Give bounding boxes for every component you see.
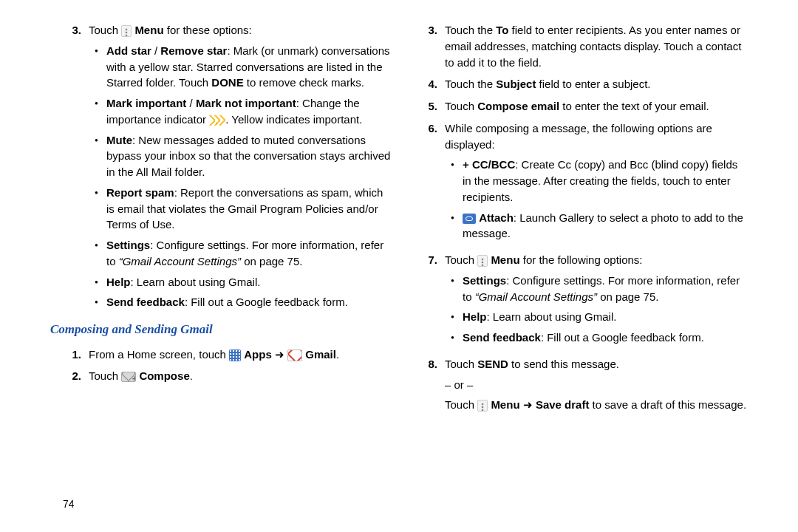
left-column: 3. Touch Menu for these options: ● Add s… — [35, 22, 399, 532]
r-step-3: 3. Touch the To field to enter recipient… — [406, 22, 748, 70]
text: Touch — [89, 24, 121, 36]
apps-icon — [229, 349, 241, 361]
bullet-mute: ● Mute: New messages added to muted conv… — [95, 132, 392, 180]
bullet-cc-bcc: ● + CC/BCC: Create Cc (copy) and Bcc (bl… — [451, 157, 748, 205]
bullet-help-r: ● Help: Learn about using Gmail. — [451, 309, 748, 325]
r-step-4: 4. Touch the Subject field to enter a su… — [406, 76, 748, 92]
r-step-5: 5. Touch Compose email to enter the text… — [406, 98, 748, 115]
r-step-6: 6. While composing a message, the follow… — [406, 120, 748, 246]
bullet-mark-important: ● Mark important / Mark not important: C… — [95, 95, 392, 128]
r-step-8: 8. Touch SEND to send this message. – or… — [406, 356, 748, 413]
menu-icon — [121, 25, 132, 37]
bullet-help: ● Help: Learn about using Gmail. — [95, 274, 392, 290]
page-number: 74 — [63, 497, 75, 511]
text: for these options: — [167, 24, 252, 36]
attach-icon — [463, 214, 476, 224]
page: 3. Touch Menu for these options: ● Add s… — [0, 0, 798, 532]
compose-icon — [121, 372, 136, 382]
bullet-send-feedback-r: ● Send feedback: Fill out a Google feedb… — [451, 330, 748, 346]
or-divider: – or – — [445, 377, 748, 393]
step-2: 2. Touch Compose. — [50, 368, 392, 384]
step-number: 3. — [50, 22, 89, 315]
section-heading: Composing and Sending Gmail — [50, 321, 392, 339]
menu-icon — [477, 400, 488, 412]
r-step-7: 7. Touch Menu for the following options:… — [406, 252, 748, 350]
bullet-add-star: ● Add star / Remove star: Mark (or unmar… — [95, 43, 392, 91]
gmail-icon — [287, 349, 302, 361]
menu-icon — [477, 255, 488, 267]
menu-label: Menu — [134, 24, 163, 36]
right-column: 3. Touch the To field to enter recipient… — [399, 22, 763, 532]
bullet-settings: ● Settings: Configure settings. For more… — [95, 237, 392, 270]
step-3: 3. Touch Menu for these options: ● Add s… — [50, 22, 392, 315]
bullet-report-spam: ● Report spam: Report the conversations … — [95, 185, 392, 233]
importance-chevrons-icon — [209, 115, 225, 126]
step-1: 1. From a Home screen, touch Apps ➜ Gmai… — [50, 347, 392, 363]
bullet-send-feedback: ● Send feedback: Fill out a Google feedb… — [95, 294, 392, 310]
bullet-attach: ● Attach: Launch Gallery to select a pho… — [451, 210, 748, 242]
bullet-settings-r: ● Settings: Configure settings. For more… — [451, 273, 748, 305]
